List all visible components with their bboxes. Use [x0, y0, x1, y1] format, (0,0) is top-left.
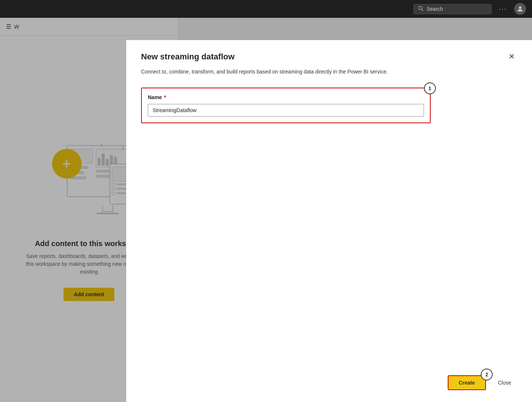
svg-point-2 [519, 6, 522, 9]
name-label: Name * [148, 94, 424, 100]
new-streaming-dataflow-dialog: New streaming dataflow ✕ Connect to, com… [126, 40, 532, 402]
dialog-description: Connect to, combine, transform, and buil… [141, 68, 408, 76]
name-input[interactable] [148, 104, 424, 117]
search-label: Search [427, 6, 443, 12]
annotation-2: 2 [481, 369, 493, 380]
dialog-title: New streaming dataflow [141, 52, 235, 62]
close-button[interactable]: Close [492, 376, 517, 389]
more-button[interactable]: ··· [496, 4, 510, 14]
search-icon [418, 6, 424, 12]
create-button-wrapper: 2 Create [448, 375, 486, 390]
user-avatar[interactable] [514, 3, 526, 15]
create-button[interactable]: Create [448, 375, 486, 390]
dialog-footer: 2 Create Close [141, 375, 517, 390]
svg-line-1 [422, 9, 423, 11]
annotation-1: 1 [424, 82, 436, 94]
dialog-header: New streaming dataflow ✕ [141, 52, 517, 62]
topbar: Search ··· [0, 0, 532, 18]
required-indicator: * [163, 94, 166, 100]
main-area: ☰ W + [0, 18, 532, 402]
name-section: 1 Name * [141, 88, 431, 123]
close-icon[interactable]: ✕ [506, 52, 517, 61]
search-box[interactable]: Search [414, 4, 492, 14]
